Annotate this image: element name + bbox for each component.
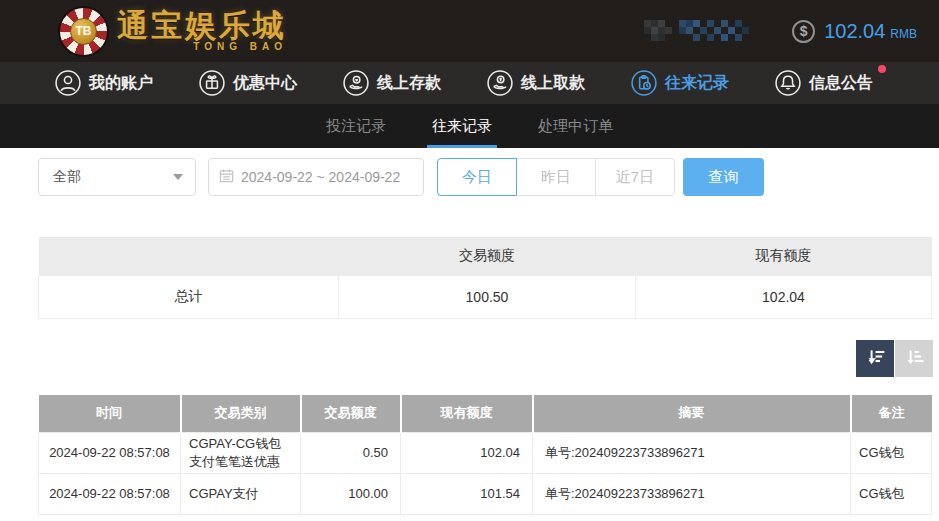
nav-label: 线上取款	[521, 73, 585, 94]
tab-betting-records[interactable]: 投注记录	[326, 104, 386, 148]
main-nav: 我的账户 优惠中心 线上存款	[0, 62, 939, 104]
sub-tabs: 投注记录 往来记录 处理中订单	[0, 104, 939, 148]
type-select-value: 全部	[53, 168, 81, 186]
records-table: 时间 交易类别 交易额度 现有额度 摘要 备注 2024-09-22 08:57…	[38, 395, 932, 515]
logo-text: 通宝娱乐城 TONG BAO	[117, 10, 287, 52]
filter-toolbar: 全部 2024-09-22 ~ 2024-09-22 今日 昨日 近7日 查询	[38, 158, 764, 196]
tab-transaction-records[interactable]: 往来记录	[432, 104, 492, 148]
balance-amount: 102.04	[824, 20, 885, 43]
username-redacted-block	[679, 20, 750, 42]
nav-item-withdraw[interactable]: 线上取款	[487, 70, 585, 96]
search-button[interactable]: 查询	[683, 158, 764, 196]
records-header-row: 时间 交易类别 交易额度 现有额度 摘要 备注	[39, 395, 932, 432]
summary-trade-amount: 100.50	[339, 275, 636, 318]
page: TB 通宝娱乐城 TONG BAO $ 102.04 RMB 我	[0, 0, 939, 521]
summary-header-trade-amount: 交易额度	[339, 237, 636, 275]
nav-item-announcements[interactable]: 信息公告	[775, 70, 873, 96]
withdraw-coin-icon	[487, 70, 513, 96]
summary-table: 交易额度 现有额度 总计 100.50 102.04	[38, 237, 932, 319]
sort-ascending-icon	[903, 346, 925, 372]
nav-label: 优惠中心	[233, 73, 297, 94]
date-range-input[interactable]: 2024-09-22 ~ 2024-09-22	[208, 158, 424, 196]
topbar: TB 通宝娱乐城 TONG BAO $ 102.04 RMB	[0, 0, 939, 62]
cell-time: 2024-09-22 08:57:08	[39, 432, 181, 473]
nav-label: 往来记录	[665, 73, 729, 94]
table-row: 2024-09-22 08:57:08 CGPAY支付 100.00 101.5…	[39, 473, 932, 514]
col-note: 备注	[851, 395, 932, 432]
balance-display: $ 102.04 RMB	[792, 20, 917, 43]
site-name: 通宝娱乐城	[117, 10, 287, 41]
quick-today-button[interactable]: 今日	[437, 158, 517, 196]
col-current-amount: 现有额度	[401, 395, 533, 432]
summary-current-amount: 102.04	[636, 275, 932, 318]
records-clipboard-icon	[631, 70, 657, 96]
site-name-en: TONG BAO	[193, 42, 287, 52]
nav-item-deposit[interactable]: 线上存款	[343, 70, 441, 96]
site-logo[interactable]: TB 通宝娱乐城 TONG BAO	[60, 8, 287, 55]
bell-icon	[775, 70, 801, 96]
sort-controls	[856, 340, 933, 377]
cell-time: 2024-09-22 08:57:08	[39, 473, 181, 514]
dollar-circle-icon: $	[792, 20, 815, 43]
summary-total-label: 总计	[39, 275, 339, 318]
cell-trade-amount: 0.50	[301, 432, 401, 473]
poker-chip-icon: TB	[60, 8, 107, 55]
content-area: 全部 2024-09-22 ~ 2024-09-22 今日 昨日 近7日 查询	[0, 148, 939, 521]
cell-current-amount: 101.54	[401, 473, 533, 514]
nav-label: 信息公告	[809, 73, 873, 94]
cell-type: CGPAY支付	[181, 473, 301, 514]
col-trade-amount: 交易额度	[301, 395, 401, 432]
cell-trade-amount: 100.00	[301, 473, 401, 514]
nav-item-transactions[interactable]: 往来记录	[631, 70, 729, 96]
cell-note: CG钱包	[851, 432, 932, 473]
tab-processing-orders[interactable]: 处理中订单	[538, 104, 613, 148]
nav-item-my-account[interactable]: 我的账户	[55, 70, 153, 96]
quick-range-group: 今日 昨日 近7日	[437, 158, 675, 196]
summary-header-row: 交易额度 现有额度	[39, 237, 932, 275]
chip-monogram: TB	[70, 18, 97, 45]
quick-last7days-button[interactable]: 近7日	[595, 158, 675, 196]
sort-descending-button[interactable]	[856, 340, 894, 377]
summary-header-empty	[39, 237, 339, 275]
sort-descending-icon	[864, 346, 886, 372]
cell-type: CGPAY-CG钱包支付笔笔送优惠	[181, 432, 301, 473]
summary-total-row: 总计 100.50 102.04	[39, 275, 932, 318]
col-time: 时间	[39, 395, 181, 432]
nav-item-promotions[interactable]: 优惠中心	[199, 70, 297, 96]
table-row: 2024-09-22 08:57:08 CGPAY-CG钱包支付笔笔送优惠 0.…	[39, 432, 932, 473]
date-range-value: 2024-09-22 ~ 2024-09-22	[241, 169, 400, 185]
user-area: $ 102.04 RMB	[644, 0, 917, 62]
nav-label: 我的账户	[89, 73, 153, 94]
gift-icon	[199, 70, 225, 96]
user-icon	[55, 70, 81, 96]
quick-yesterday-button[interactable]: 昨日	[516, 158, 596, 196]
balance-currency: RMB	[890, 27, 917, 41]
col-summary: 摘要	[533, 395, 851, 432]
sort-ascending-button[interactable]	[895, 340, 933, 377]
type-select[interactable]: 全部	[38, 158, 196, 196]
chevron-down-icon	[173, 174, 183, 180]
calendar-icon	[219, 168, 234, 186]
nav-label: 线上存款	[377, 73, 441, 94]
username-redacted-block	[644, 20, 673, 42]
notification-dot	[878, 65, 886, 73]
cell-summary: 单号:202409223733896271	[533, 432, 851, 473]
col-type: 交易类别	[181, 395, 301, 432]
cell-current-amount: 102.04	[401, 432, 533, 473]
cell-note: CG钱包	[851, 473, 932, 514]
deposit-coin-icon	[343, 70, 369, 96]
summary-header-current-amount: 现有额度	[636, 237, 932, 275]
cell-summary: 单号:202409223733896271	[533, 473, 851, 514]
